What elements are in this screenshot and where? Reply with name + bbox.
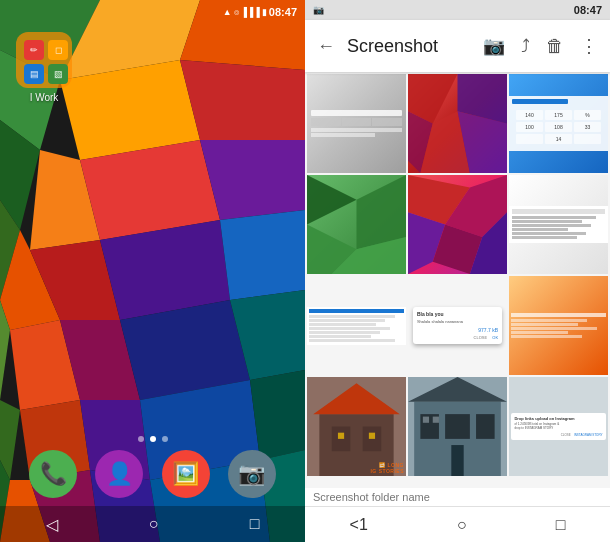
delete-icon[interactable]: 🗑 [542, 32, 568, 61]
home-button-nav-right[interactable]: ○ [457, 516, 467, 534]
gallery-icon: 🖼️ [172, 461, 199, 487]
signal-bars-icon: ▐▐▐ [241, 7, 260, 17]
folder-label: I Work [30, 92, 59, 103]
recent-button-nav-right[interactable]: □ [556, 516, 566, 534]
svg-rect-57 [423, 417, 429, 423]
app-folder[interactable]: ✏ ◻ ▤ ▧ I Work [16, 32, 72, 103]
home-screen: ▲ ⌾ ▐▐▐ ▮ 08:47 ✏ ◻ ▤ ▧ I Work [0, 0, 305, 542]
thumb-5[interactable] [408, 175, 507, 274]
thumb-10-building[interactable]: 🔁 LONGIG STORIES [307, 377, 406, 476]
svg-marker-5 [180, 60, 305, 140]
thumb-1-content [307, 74, 406, 173]
back-button-nav-right[interactable]: <1 [350, 516, 368, 534]
gallery-grid: 140 175 % 100 108 33 14 [305, 72, 610, 488]
time-right: 08:47 [574, 4, 602, 16]
notification-icons: 📷 [313, 5, 324, 15]
dock: 📞 👤 🖼️ 📷 [0, 442, 305, 506]
camera-notif-icon: 📷 [313, 5, 324, 15]
mini-app-4: ▧ [48, 64, 68, 84]
home-button-left[interactable]: ○ [149, 515, 159, 533]
recent-button-left[interactable]: □ [250, 515, 260, 533]
back-button-right[interactable]: ← [313, 32, 339, 61]
svg-rect-49 [338, 433, 344, 439]
nav-bar-left: ◁ ○ □ [0, 506, 305, 542]
thumb-4-content [307, 175, 406, 274]
time-display-left: 08:47 [269, 6, 297, 18]
dock-contacts[interactable]: 👤 [95, 450, 143, 498]
folder-name: Screenshot folder name [313, 491, 430, 503]
thumb-12-content: Drop links upload on Instagram of 1.2456… [509, 377, 608, 476]
status-icons-left: ▲ ⌾ ▐▐▐ ▮ 08:47 [223, 6, 297, 18]
svg-rect-50 [369, 433, 375, 439]
svg-marker-46 [313, 383, 400, 414]
status-bar-left: ▲ ⌾ ▐▐▐ ▮ 08:47 [0, 0, 305, 24]
folder-icon-grid: ✏ ◻ ▤ ▧ [16, 32, 72, 88]
app-bar: ← Screenshot 📷 ⤴ 🗑 ⋮ [305, 20, 610, 72]
thumb-9-content [509, 276, 608, 375]
thumb-2[interactable] [408, 74, 507, 173]
dock-camera[interactable]: 📷 [228, 450, 276, 498]
mini-app-1: ✏ [24, 40, 44, 60]
back-button-left[interactable]: ◁ [46, 515, 58, 534]
more-options-icon[interactable]: ⋮ [576, 31, 602, 61]
svg-rect-56 [451, 445, 463, 476]
thumb-6[interactable] [509, 175, 608, 274]
thumb-11-building[interactable] [408, 377, 507, 476]
thumb-3-content: 140 175 % 100 108 33 14 [509, 74, 608, 173]
thumb-11-content [408, 377, 507, 476]
battery-icon: ▮ [262, 7, 267, 17]
svg-rect-54 [445, 414, 470, 439]
thumb-4[interactable] [307, 175, 406, 274]
app-bar-title: Screenshot [347, 36, 471, 57]
svg-rect-55 [476, 414, 495, 439]
dock-gallery[interactable]: 🖼️ [162, 450, 210, 498]
mini-app-3: ▤ [24, 64, 44, 84]
svg-marker-14 [220, 210, 305, 300]
dock-phone[interactable]: 📞 [29, 450, 77, 498]
thumb-8-content: Bla bla you Shalala shalala nananana 977… [408, 276, 507, 375]
thumb-1[interactable] [307, 74, 406, 173]
thumb-5-content [408, 175, 507, 274]
screenshot-gallery: 📷 08:47 ← Screenshot 📷 ⤴ 🗑 ⋮ [305, 0, 610, 542]
thumb-8-dialog[interactable]: Bla bla you Shalala shalala nananana 977… [408, 276, 507, 375]
thumb-10-content: 🔁 LONGIG STORIES [307, 377, 406, 476]
wifi-icon: ⌾ [234, 7, 239, 17]
mini-app-2: ◻ [48, 40, 68, 60]
share-icon[interactable]: ⤴ [517, 32, 534, 61]
thumb-12-dialog[interactable]: Drop links upload on Instagram of 1.2456… [509, 377, 608, 476]
svg-marker-36 [307, 175, 357, 225]
svg-rect-58 [433, 417, 439, 423]
signal-icon: ▲ [223, 7, 232, 17]
phone-icon: 📞 [40, 461, 67, 487]
nav-bar-right: <1 ○ □ [305, 506, 610, 542]
svg-marker-37 [357, 175, 407, 249]
status-bar-right: 📷 08:47 [305, 0, 610, 20]
thumb-2-content [408, 74, 507, 173]
camera-action-icon[interactable]: 📷 [479, 31, 509, 61]
thumb-7[interactable] [307, 276, 406, 375]
contacts-icon: 👤 [106, 461, 133, 487]
folder-label-bar: Screenshot folder name [305, 488, 610, 506]
thumb-6-content [509, 175, 608, 274]
thumb-7-content [307, 276, 406, 375]
thumb-3[interactable]: 140 175 % 100 108 33 14 [509, 74, 608, 173]
thumb-9[interactable] [509, 276, 608, 375]
camera-icon: 📷 [238, 461, 265, 487]
svg-marker-52 [408, 377, 507, 402]
